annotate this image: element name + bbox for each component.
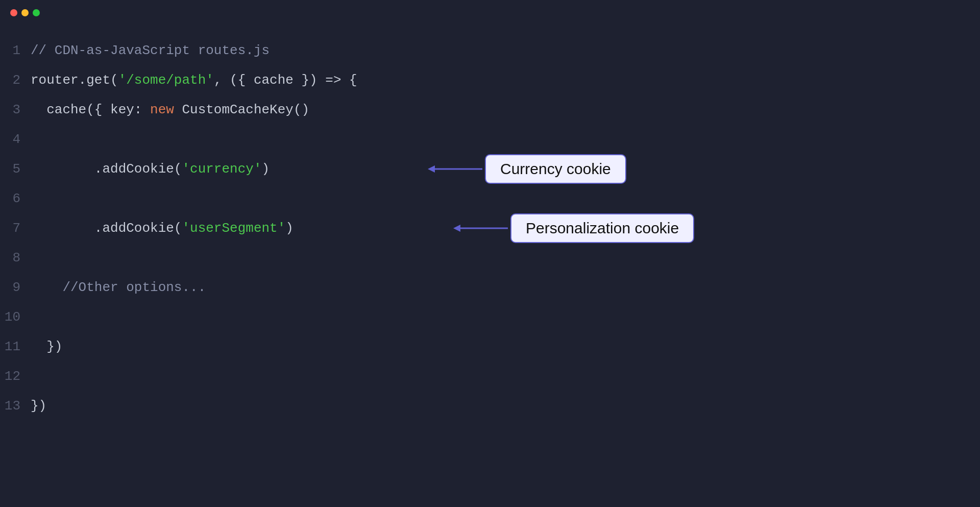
annotation-arrow-personalization <box>449 221 510 236</box>
token-default: ) <box>261 161 270 177</box>
line-number: 10 <box>0 309 31 325</box>
editor-window: 1 // CDN-as-JavaScript routes.js 2 route… <box>0 0 980 507</box>
line-number: 8 <box>0 250 31 265</box>
line-content: }) <box>31 398 46 414</box>
token-default: router.get( <box>31 73 118 88</box>
token-string: '/some/path' <box>118 73 214 88</box>
line-content: .addCookie('currency') <box>31 161 270 177</box>
line-number: 13 <box>0 398 31 414</box>
code-line-7: 7 .addCookie('userSegment') Personalizat… <box>0 213 980 243</box>
token-default: , ({ cache }) => { <box>214 73 357 88</box>
code-line-9: 9 //Other options... <box>0 273 980 302</box>
personalization-cookie-annotation: Personalization cookie <box>449 213 694 243</box>
code-line-10: 10 <box>0 302 980 332</box>
token-default: }) <box>31 398 46 414</box>
token-keyword: new <box>150 102 174 117</box>
token-string: 'currency' <box>182 161 261 177</box>
title-bar <box>0 0 980 26</box>
currency-cookie-annotation: Currency cookie <box>424 154 626 184</box>
token-comment: // CDN-as-JavaScript routes.js <box>31 43 270 58</box>
line-content: // CDN-as-JavaScript routes.js <box>31 43 270 58</box>
line-number: 1 <box>0 43 31 58</box>
minimize-button[interactable] <box>21 9 29 16</box>
svg-marker-3 <box>453 225 460 232</box>
line-number: 6 <box>0 191 31 206</box>
close-button[interactable] <box>10 9 17 16</box>
code-line-6: 6 <box>0 184 980 213</box>
line-number: 7 <box>0 221 31 236</box>
currency-cookie-label: Currency cookie <box>485 154 626 184</box>
token-default: ) <box>285 221 293 236</box>
code-line-8: 8 <box>0 243 980 273</box>
code-line-13: 13 }) <box>0 391 980 421</box>
line-content: cache({ key: new CustomCacheKey() <box>31 102 309 117</box>
code-line-11: 11 }) <box>0 332 980 361</box>
line-number: 9 <box>0 280 31 295</box>
code-line-2: 2 router.get('/some/path', ({ cache }) =… <box>0 65 980 95</box>
svg-marker-1 <box>428 165 435 173</box>
code-line-12: 12 <box>0 361 980 391</box>
line-number: 12 <box>0 369 31 384</box>
code-line-4: 4 <box>0 125 980 154</box>
line-number: 4 <box>0 132 31 147</box>
code-line-5: 5 .addCookie('currency') Currency cookie <box>0 154 980 184</box>
token-comment: //Other options... <box>31 280 206 295</box>
personalization-cookie-label: Personalization cookie <box>510 213 694 243</box>
maximize-button[interactable] <box>33 9 40 16</box>
code-line-1: 1 // CDN-as-JavaScript routes.js <box>0 36 980 65</box>
code-line-3: 3 cache({ key: new CustomCacheKey() <box>0 95 980 125</box>
line-content: //Other options... <box>31 280 206 295</box>
token-string: 'userSegment' <box>182 221 285 236</box>
line-number: 3 <box>0 102 31 117</box>
token-default: .addCookie( <box>31 161 182 177</box>
code-editor: 1 // CDN-as-JavaScript routes.js 2 route… <box>0 26 980 431</box>
line-number: 2 <box>0 73 31 88</box>
line-content: }) <box>31 339 62 354</box>
line-number: 11 <box>0 339 31 354</box>
line-number: 5 <box>0 161 31 177</box>
token-default: }) <box>31 339 62 354</box>
annotation-arrow-currency <box>424 161 485 177</box>
token-default: CustomCacheKey() <box>174 102 309 117</box>
line-content: .addCookie('userSegment') <box>31 221 293 236</box>
line-content: router.get('/some/path', ({ cache }) => … <box>31 73 357 88</box>
token-default: cache({ key: <box>31 102 150 117</box>
token-default: .addCookie( <box>31 221 182 236</box>
